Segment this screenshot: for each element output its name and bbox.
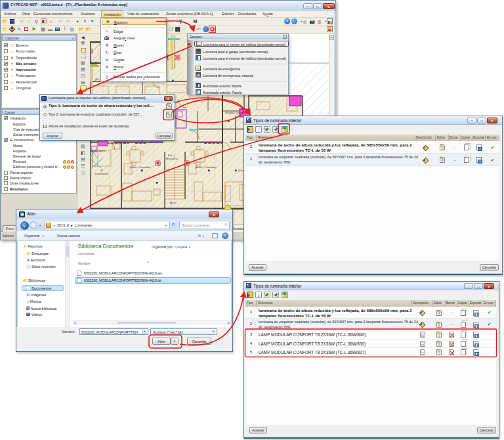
svg-text:(Baño / Aseo): (Baño / Aseo) <box>90 149 106 152</box>
svg-text:(Escalera): (Escalera) <box>166 157 178 160</box>
svg-text:(Dormitorio): (Dormitorio) <box>94 172 109 175</box>
svg-text:(Salón / Comedor): (Salón / Comedor) <box>195 165 217 169</box>
svg-text:(Pasillo / Distribuid: (Pasillo / Distribuid <box>225 111 247 114</box>
svg-text:(Salón / Comedor): (Salón / Comedor) <box>129 165 151 169</box>
svg-text:Pd: Pd <box>240 107 243 110</box>
svg-text:(Do: (Do <box>95 77 100 81</box>
